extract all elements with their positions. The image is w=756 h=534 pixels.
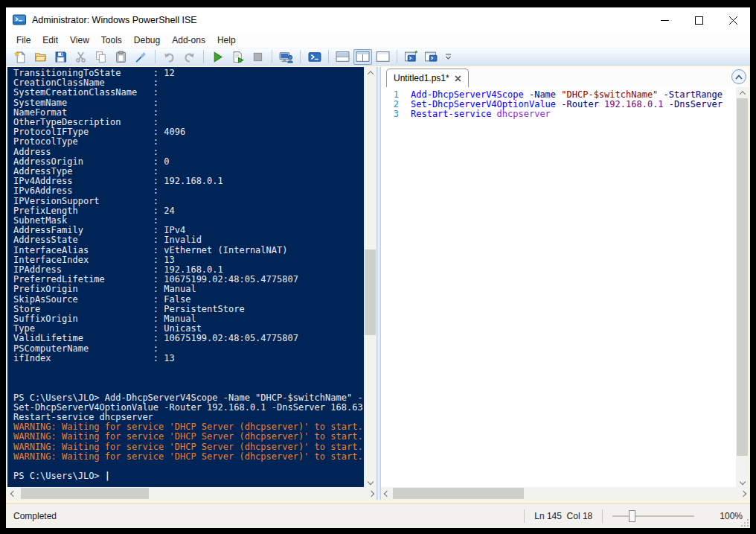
console-line: InterfaceAlias : vEthernet (InternalNAT) bbox=[13, 246, 364, 255]
console-line: PS C:\Users\JLO> Add-DhcpServerV4Scope -… bbox=[13, 393, 364, 403]
tab-close-icon[interactable] bbox=[455, 75, 461, 82]
menubar: FileEditViewToolsDebugAdd-onsHelp bbox=[6, 33, 750, 48]
stop-icon bbox=[252, 51, 264, 63]
menu-help[interactable]: Help bbox=[211, 34, 242, 47]
editor-hscroll-track[interactable] bbox=[392, 487, 737, 500]
save-script-icon bbox=[54, 51, 67, 63]
console-line: WARNING: Waiting for service 'DHCP Serve… bbox=[13, 432, 364, 442]
stop-operation-button[interactable] bbox=[249, 49, 267, 65]
script-tab-bar: Untitled1.ps1* bbox=[381, 67, 749, 87]
toolbar-separator bbox=[397, 50, 397, 63]
console-line: SkipAsSource : False bbox=[13, 295, 364, 305]
ps-tab-icon bbox=[424, 51, 438, 63]
scroll-left-icon[interactable] bbox=[7, 487, 19, 500]
run-selection-button[interactable] bbox=[228, 49, 247, 65]
show-script-pane-top-button[interactable] bbox=[333, 49, 352, 65]
menu-addons[interactable]: Add-ons bbox=[166, 34, 211, 47]
console-text-cursor: | bbox=[105, 471, 110, 481]
code-text: Restart-service dhcpserver bbox=[411, 109, 551, 119]
zoom-slider-track[interactable] bbox=[612, 515, 694, 517]
console-line: AddressState : Invalid bbox=[13, 235, 364, 245]
statusbar-divider bbox=[602, 509, 603, 523]
maximize-button[interactable] bbox=[682, 7, 716, 33]
console-prompt-line: PS C:\Users\JLO> | bbox=[13, 471, 364, 481]
console-pane[interactable]: TransitioningToState : 12CreationClassNa… bbox=[7, 67, 377, 500]
toolbar-overflow-button[interactable] bbox=[443, 49, 453, 65]
editor-vertical-scrollbar[interactable] bbox=[736, 87, 749, 487]
toolbar-separator bbox=[300, 50, 301, 63]
undo-button[interactable] bbox=[160, 49, 179, 65]
scroll-right-icon[interactable] bbox=[365, 487, 377, 500]
copy-button[interactable] bbox=[92, 49, 110, 65]
scroll-down-icon[interactable] bbox=[364, 476, 377, 487]
console-line bbox=[13, 373, 364, 383]
show-script-pane-maximized-button[interactable] bbox=[374, 49, 392, 65]
resize-grip[interactable] bbox=[740, 518, 749, 527]
menu-debug[interactable]: Debug bbox=[128, 34, 166, 47]
open-script-button[interactable] bbox=[31, 49, 50, 65]
menu-edit[interactable]: Edit bbox=[36, 34, 64, 47]
script-editor[interactable]: 1Add-DhcpServerV4Scope -Name "DHCP-$swit… bbox=[381, 87, 736, 487]
start-powershell-button[interactable] bbox=[305, 49, 324, 65]
toolbar-separator bbox=[203, 50, 204, 63]
editor-line: 3Restart-service dhcpserver bbox=[381, 109, 736, 119]
scroll-up-icon[interactable] bbox=[736, 87, 749, 98]
scroll-left-icon[interactable] bbox=[381, 487, 392, 500]
console-vscroll-track[interactable] bbox=[364, 78, 377, 476]
menu-view[interactable]: View bbox=[64, 34, 95, 47]
scroll-up-icon[interactable] bbox=[364, 67, 377, 78]
menu-tools[interactable]: Tools bbox=[95, 34, 128, 47]
new-script-button[interactable] bbox=[11, 49, 30, 65]
copy-icon bbox=[94, 51, 107, 63]
show-script-pane-right-button[interactable] bbox=[353, 49, 372, 65]
console-hscroll-track[interactable] bbox=[19, 487, 365, 500]
console-horizontal-scrollbar[interactable] bbox=[7, 487, 377, 500]
paste-icon bbox=[115, 51, 127, 63]
save-script-button[interactable] bbox=[51, 49, 70, 65]
zoom-slider[interactable] bbox=[612, 509, 694, 523]
console-vscroll-thumb[interactable] bbox=[365, 249, 376, 335]
tab-label: Untitled1.ps1* bbox=[394, 73, 449, 83]
console-hscroll-thumb[interactable] bbox=[21, 488, 149, 499]
new-remote-powershell-tab-button[interactable] bbox=[277, 49, 295, 65]
tab-untitled1[interactable]: Untitled1.ps1* bbox=[386, 69, 469, 87]
clear-console-button[interactable] bbox=[132, 49, 150, 65]
hide-script-pane-button[interactable] bbox=[731, 69, 746, 84]
editor-vscroll-thumb[interactable] bbox=[737, 98, 748, 456]
console-line: WARNING: Waiting for service 'DHCP Serve… bbox=[13, 452, 364, 462]
editor-horizontal-scrollbar[interactable] bbox=[381, 487, 749, 500]
run-script-button[interactable] bbox=[208, 49, 227, 65]
pane-right-icon bbox=[356, 51, 370, 63]
editor-vscroll-track[interactable] bbox=[736, 98, 749, 476]
close-button[interactable] bbox=[716, 7, 750, 33]
pane-max-icon bbox=[376, 51, 390, 63]
scroll-right-icon[interactable] bbox=[737, 487, 749, 500]
cut-button[interactable] bbox=[71, 49, 90, 65]
console-line: IPv6Address : bbox=[13, 186, 364, 196]
console-output[interactable]: TransitioningToState : 12CreationClassNa… bbox=[7, 67, 364, 487]
scroll-down-icon[interactable] bbox=[736, 476, 749, 487]
clear-console-icon bbox=[135, 51, 147, 63]
console-vertical-scrollbar[interactable] bbox=[364, 67, 377, 487]
editor-hscroll-thumb[interactable] bbox=[393, 488, 524, 499]
toolbar-separator bbox=[272, 50, 272, 63]
new-powershell-tab-button[interactable] bbox=[402, 49, 420, 65]
overflow-icon bbox=[445, 54, 452, 60]
main-area: TransitioningToState : 12CreationClassNa… bbox=[6, 66, 750, 503]
open-script-icon bbox=[34, 51, 47, 63]
status-text: Completed bbox=[13, 511, 57, 521]
redo-button[interactable] bbox=[180, 49, 199, 65]
powershell-tab-button[interactable] bbox=[422, 49, 441, 65]
console-line bbox=[13, 383, 364, 392]
console-line bbox=[13, 363, 364, 373]
toolbar bbox=[6, 48, 750, 66]
console-line: PSComputerName : bbox=[13, 344, 364, 354]
console-line: IPVersionSupport : bbox=[13, 197, 364, 206]
menu-file[interactable]: File bbox=[10, 34, 36, 47]
paste-button[interactable] bbox=[112, 49, 130, 65]
zoom-slider-thumb[interactable] bbox=[629, 510, 635, 522]
minimize-button[interactable] bbox=[647, 7, 682, 33]
console-line: ifIndex : 13 bbox=[13, 354, 364, 363]
powershell-icon bbox=[308, 51, 321, 63]
console-line: ProtocolType : bbox=[13, 137, 364, 147]
